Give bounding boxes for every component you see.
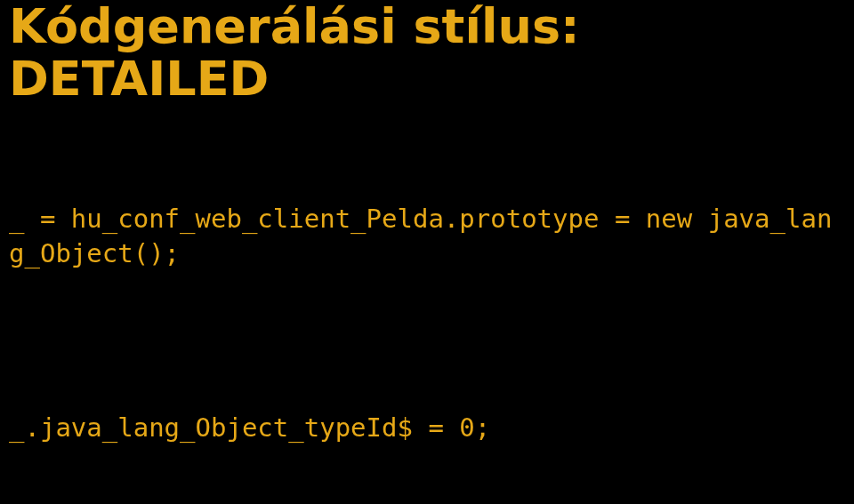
code-block: _ = hu_conf_web_client_Pelda.prototype =… <box>0 132 854 504</box>
slide-title: Kódgenerálási stílus: DETAILED <box>0 0 854 132</box>
code-line-2: _.java_lang_Object_typeId$ = 0; <box>9 411 845 445</box>
code-line-1: _ = hu_conf_web_client_Pelda.prototype =… <box>9 202 845 271</box>
slide-container: Kódgenerálási stílus: DETAILED _ = hu_co… <box>0 0 854 504</box>
